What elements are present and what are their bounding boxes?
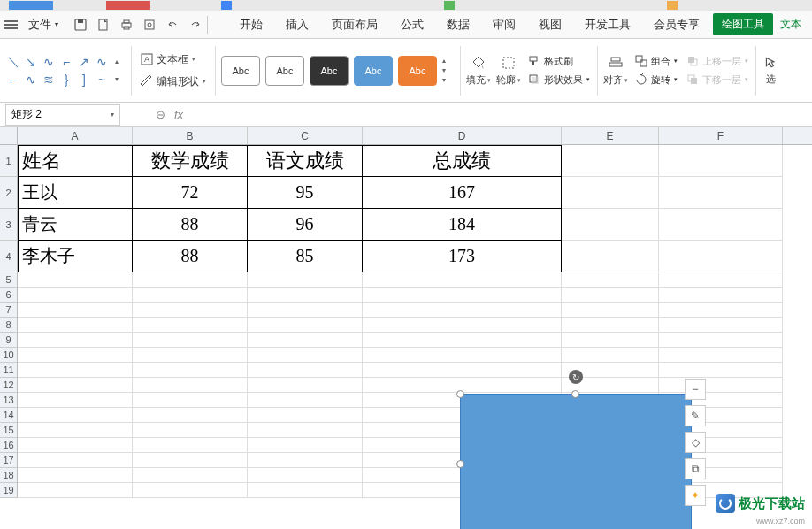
cell[interactable] — [659, 272, 783, 288]
cell[interactable] — [18, 423, 133, 438]
style-preset-5[interactable]: Abc — [398, 56, 437, 86]
tab-indicator-green[interactable] — [444, 1, 455, 10]
cell[interactable]: 青云 — [18, 209, 133, 241]
row-header[interactable]: 11 — [0, 363, 18, 378]
file-menu[interactable]: 文件 — [21, 17, 65, 33]
cell[interactable] — [659, 209, 783, 241]
col-header-D[interactable]: D — [363, 127, 562, 144]
cell[interactable] — [18, 438, 133, 453]
cell[interactable] — [133, 318, 248, 333]
tab-start[interactable]: 开始 — [229, 12, 273, 38]
tab-member[interactable]: 会员专享 — [643, 12, 710, 38]
cell[interactable] — [133, 363, 248, 378]
cell[interactable] — [248, 453, 363, 468]
cell[interactable] — [133, 438, 248, 453]
arrow-shape-icon[interactable]: ↗ — [76, 54, 92, 70]
cell[interactable] — [659, 177, 783, 209]
rectangle-shape[interactable]: ↻ — [460, 394, 692, 529]
rotate-button[interactable]: 旋转▾ — [633, 72, 679, 88]
style-preset-3[interactable]: Abc — [310, 56, 349, 86]
cell[interactable]: 96 — [248, 209, 363, 241]
cell[interactable] — [248, 438, 363, 453]
cell[interactable] — [133, 333, 248, 348]
cell[interactable] — [659, 348, 783, 363]
resize-handle-w[interactable] — [456, 460, 464, 468]
cell[interactable]: 语文成绩 — [248, 145, 363, 177]
cell[interactable] — [133, 288, 248, 303]
cell[interactable] — [248, 363, 363, 378]
cell[interactable] — [18, 378, 133, 393]
cell[interactable] — [133, 378, 248, 393]
cell[interactable] — [133, 453, 248, 468]
cell[interactable] — [562, 303, 659, 318]
brace-shape-icon[interactable]: } — [58, 72, 74, 88]
elbow2-shape-icon[interactable]: ⌐ — [5, 72, 21, 88]
cell[interactable] — [659, 241, 783, 272]
cell[interactable] — [562, 288, 659, 303]
rotate-handle[interactable]: ↻ — [569, 370, 583, 384]
row-header[interactable]: 16 — [0, 438, 18, 453]
row-header[interactable]: 6 — [0, 288, 18, 303]
style-preset-2[interactable]: Abc — [265, 56, 304, 86]
fx-icon[interactable]: fx — [174, 108, 183, 121]
curve-shape-icon[interactable]: ∿ — [41, 54, 57, 70]
row-header[interactable]: 19 — [0, 483, 18, 498]
cell[interactable] — [133, 303, 248, 318]
cell[interactable] — [562, 348, 659, 363]
tab-data[interactable]: 数据 — [436, 12, 480, 38]
tab-page-layout[interactable]: 页面布局 — [321, 12, 388, 38]
select-button[interactable]: 选 — [762, 53, 779, 88]
cell[interactable] — [248, 378, 363, 393]
row-header[interactable]: 9 — [0, 333, 18, 348]
shape-gallery[interactable]: ＼ ↘ ∿ ⌐ ↗ ∿ ⌐ ∿ ≋ } ] ~ — [5, 54, 110, 88]
align-button[interactable]: 对齐 — [603, 54, 628, 87]
edit-shape-button[interactable]: 编辑形状▾ — [137, 73, 210, 91]
new-icon[interactable] — [96, 17, 111, 33]
cell[interactable] — [248, 408, 363, 423]
cell[interactable]: 总成绩 — [363, 145, 562, 177]
col-header-F[interactable]: F — [659, 127, 783, 144]
cell[interactable] — [659, 378, 783, 393]
cell[interactable] — [18, 318, 133, 333]
row-header[interactable]: 1 — [0, 145, 18, 177]
cell[interactable] — [363, 348, 562, 363]
cell[interactable] — [363, 303, 562, 318]
cell[interactable] — [363, 288, 562, 303]
cell[interactable] — [18, 408, 133, 423]
cell[interactable] — [18, 303, 133, 318]
cell[interactable] — [18, 333, 133, 348]
col-header-B[interactable]: B — [133, 127, 248, 144]
cell[interactable] — [248, 333, 363, 348]
tab-indicator-blue[interactable] — [9, 1, 53, 10]
row-header[interactable]: 13 — [0, 393, 18, 408]
print-icon[interactable] — [119, 17, 134, 33]
shape-gallery-dropdown[interactable]: ▴▾ — [115, 53, 126, 88]
cell[interactable] — [133, 393, 248, 408]
cell[interactable]: 88 — [133, 209, 248, 241]
cell[interactable] — [248, 348, 363, 363]
row-header[interactable]: 10 — [0, 348, 18, 363]
cell[interactable] — [133, 423, 248, 438]
cell[interactable] — [363, 272, 562, 288]
cell[interactable] — [562, 241, 659, 272]
row-header[interactable]: 14 — [0, 408, 18, 423]
collapse-icon[interactable]: − — [685, 379, 706, 400]
cell[interactable] — [18, 453, 133, 468]
name-box[interactable]: 矩形 2 ▾ — [5, 104, 120, 126]
col-header-A[interactable]: A — [18, 127, 133, 144]
cell[interactable] — [248, 423, 363, 438]
wave-shape-icon[interactable]: ~ — [94, 72, 110, 88]
cell[interactable] — [562, 145, 659, 177]
cell[interactable] — [562, 272, 659, 288]
cell[interactable] — [248, 303, 363, 318]
cell[interactable] — [133, 483, 248, 498]
row-header[interactable]: 2 — [0, 177, 18, 209]
row-header[interactable]: 8 — [0, 318, 18, 333]
cancel-icon[interactable]: ⊖ — [156, 108, 165, 121]
zigzag-shape-icon[interactable]: ≋ — [41, 72, 57, 88]
cell[interactable] — [133, 348, 248, 363]
cell[interactable] — [248, 318, 363, 333]
bracket-shape-icon[interactable]: ] — [76, 72, 92, 88]
cell[interactable] — [659, 145, 783, 177]
cell[interactable] — [659, 303, 783, 318]
